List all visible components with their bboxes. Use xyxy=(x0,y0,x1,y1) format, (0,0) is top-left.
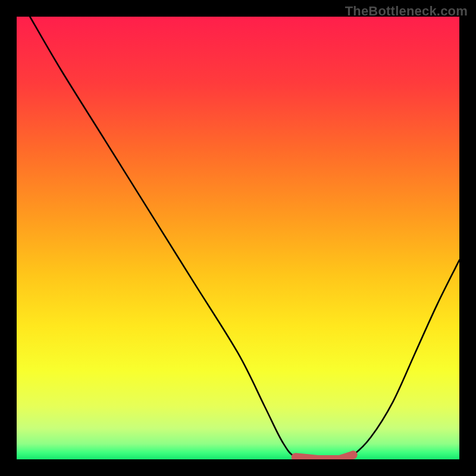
chart-frame: TheBottleneck.com xyxy=(0,0,476,476)
plot-area xyxy=(17,17,459,459)
optimal-range-marker xyxy=(296,455,353,459)
optimal-range-end-dot xyxy=(349,451,357,459)
chart-svg xyxy=(17,17,459,459)
svg-rect-0 xyxy=(17,17,459,459)
watermark-text: TheBottleneck.com xyxy=(345,4,468,19)
